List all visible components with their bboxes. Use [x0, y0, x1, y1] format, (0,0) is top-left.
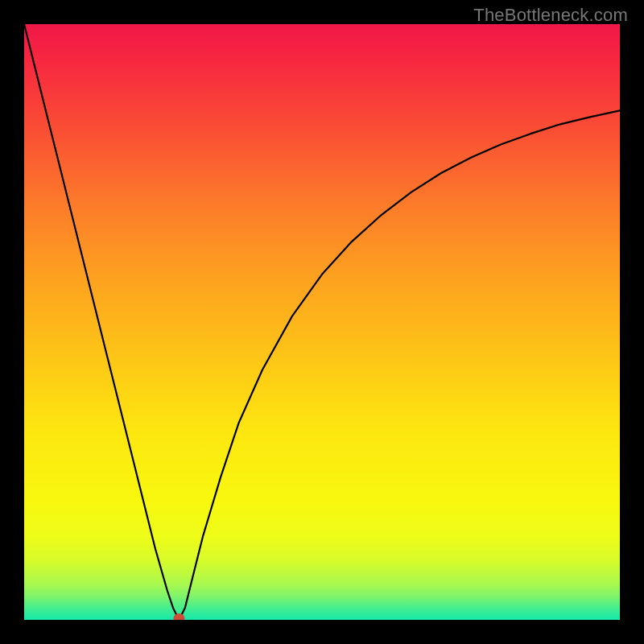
bottleneck-curve [24, 24, 620, 620]
chart-container: TheBottleneck.com [0, 0, 644, 644]
curve-svg [24, 24, 620, 620]
plot-area [24, 24, 620, 620]
minimum-marker [173, 613, 184, 620]
watermark-text: TheBottleneck.com [473, 5, 628, 26]
